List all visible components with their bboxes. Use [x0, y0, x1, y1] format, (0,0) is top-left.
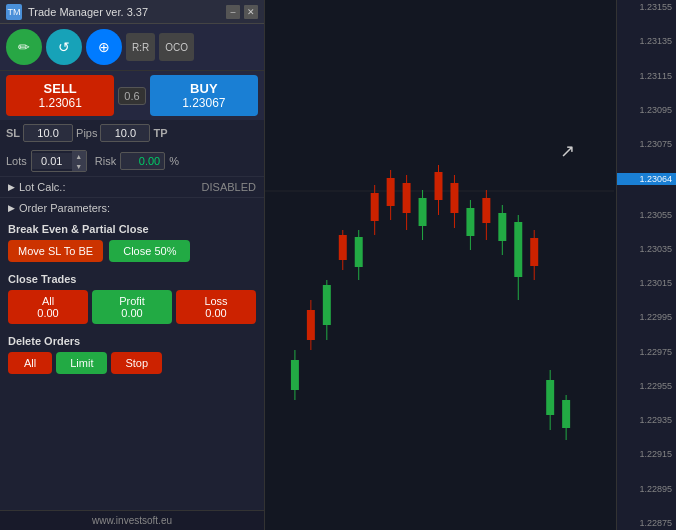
plus-icon: ⊕: [98, 39, 110, 55]
price-label-0: 1.23155: [617, 2, 676, 12]
move-sl-button[interactable]: Move SL To BE: [8, 240, 103, 262]
chart-area: ↗ 1.23155 1.23135 1.23115 1.23095 1.2307…: [265, 0, 676, 530]
price-label-4: 1.23075: [617, 139, 676, 149]
price-label-8: 1.22995: [617, 312, 676, 322]
svg-rect-6: [323, 285, 331, 325]
lots-row: Lots ▲ ▼ Risk %: [0, 146, 264, 176]
buy-sell-row: SELL 1.23061 0.6 BUY 1.23067: [0, 71, 264, 120]
percent-label: %: [169, 155, 179, 167]
price-label-11: 1.22935: [617, 415, 676, 425]
close-all-label: All: [12, 295, 84, 307]
price-label-13: 1.22895: [617, 484, 676, 494]
tp-input[interactable]: [100, 124, 150, 142]
sl-label: SL: [6, 127, 20, 139]
lots-input-wrap: ▲ ▼: [31, 150, 87, 172]
close-profit-button[interactable]: Profit 0.00: [92, 290, 172, 324]
close-all-value: 0.00: [12, 307, 84, 319]
delete-orders-buttons: All Limit Stop: [0, 350, 264, 380]
lot-calc-value: DISABLED: [202, 181, 256, 193]
lots-down-button[interactable]: ▼: [72, 161, 86, 171]
minimize-button[interactable]: –: [226, 5, 240, 19]
spread-badge: 0.6: [118, 87, 145, 105]
lots-label: Lots: [6, 155, 27, 167]
draw-button[interactable]: ✏: [6, 29, 42, 65]
price-label-5: 1.23055: [617, 210, 676, 220]
svg-rect-18: [419, 198, 427, 226]
title-bar: TM Trade Manager ver. 3.37 – ✕: [0, 0, 264, 24]
buy-label: BUY: [160, 81, 248, 96]
pencil-icon: ✏: [18, 39, 30, 55]
candlestick-chart: [265, 0, 614, 530]
delete-all-button[interactable]: All: [8, 352, 52, 374]
svg-rect-36: [562, 400, 570, 428]
close-profit-label: Profit: [96, 295, 168, 307]
sl-tp-row: SL Pips TP: [0, 120, 264, 146]
lot-calc-arrow: ▶: [8, 182, 15, 192]
sell-button[interactable]: SELL 1.23061: [6, 75, 114, 116]
delete-stop-button[interactable]: Stop: [111, 352, 162, 374]
svg-rect-28: [498, 213, 506, 241]
close-button[interactable]: ✕: [244, 5, 258, 19]
price-label-14: 1.22875: [617, 518, 676, 528]
toolbar: ✏ ↺ ⊕ R:R OCO: [0, 24, 264, 71]
price-label-3: 1.23095: [617, 105, 676, 115]
svg-rect-20: [435, 172, 443, 200]
tp-label: TP: [153, 127, 167, 139]
app-icon: TM: [6, 4, 22, 20]
svg-rect-8: [339, 235, 347, 260]
add-button[interactable]: ⊕: [86, 29, 122, 65]
refresh-button[interactable]: ↺: [46, 29, 82, 65]
footer-url: www.investsoft.eu: [92, 515, 172, 526]
svg-rect-30: [514, 222, 522, 277]
price-label-6: 1.23035: [617, 244, 676, 254]
close-trades-buttons: All 0.00 Profit 0.00 Loss 0.00: [0, 288, 264, 330]
delete-limit-button[interactable]: Limit: [56, 352, 107, 374]
lots-input[interactable]: [32, 153, 72, 169]
close-all-button[interactable]: All 0.00: [8, 290, 88, 324]
buy-button[interactable]: BUY 1.23067: [150, 75, 258, 116]
buy-price: 1.23067: [160, 96, 248, 110]
pips-label: Pips: [76, 127, 97, 139]
delete-orders-title: Delete Orders: [0, 330, 264, 350]
title-bar-text: Trade Manager ver. 3.37: [28, 6, 226, 18]
lot-calc-row[interactable]: ▶ Lot Calc.: DISABLED: [0, 176, 264, 197]
svg-rect-26: [482, 198, 490, 223]
svg-rect-4: [307, 310, 315, 340]
candles-area: ↗: [265, 0, 614, 530]
svg-rect-16: [403, 183, 411, 213]
close-50-button[interactable]: Close 50%: [109, 240, 190, 262]
price-axis: 1.23155 1.23135 1.23115 1.23095 1.23075 …: [616, 0, 676, 530]
rr-button[interactable]: R:R: [126, 33, 155, 61]
price-label-2: 1.23115: [617, 71, 676, 81]
sl-input[interactable]: [23, 124, 73, 142]
lot-calc-label: Lot Calc.:: [19, 181, 65, 193]
order-params-arrow: ▶: [8, 203, 15, 213]
price-label-9: 1.22975: [617, 347, 676, 357]
svg-rect-2: [291, 360, 299, 390]
order-params-row[interactable]: ▶ Order Parameters:: [0, 197, 264, 218]
lots-spinner: ▲ ▼: [72, 151, 86, 171]
close-loss-button[interactable]: Loss 0.00: [176, 290, 256, 324]
break-even-title: Break Even & Partial Close: [0, 218, 264, 238]
oco-button[interactable]: OCO: [159, 33, 194, 61]
svg-rect-12: [371, 193, 379, 221]
svg-rect-32: [530, 238, 538, 266]
refresh-icon: ↺: [58, 39, 70, 55]
close-profit-value: 0.00: [96, 307, 168, 319]
svg-rect-24: [466, 208, 474, 236]
price-label-10: 1.22955: [617, 381, 676, 391]
svg-rect-22: [450, 183, 458, 213]
price-label-1: 1.23135: [617, 36, 676, 46]
close-trades-title: Close Trades: [0, 268, 264, 288]
price-label-7: 1.23015: [617, 278, 676, 288]
svg-rect-34: [546, 380, 554, 415]
svg-rect-14: [387, 178, 395, 206]
risk-label: Risk: [95, 155, 116, 167]
lots-up-button[interactable]: ▲: [72, 151, 86, 161]
price-label-highlight: 1.23064: [617, 173, 676, 185]
svg-rect-10: [355, 237, 363, 267]
price-label-12: 1.22915: [617, 449, 676, 459]
trade-manager-panel: TM Trade Manager ver. 3.37 – ✕ ✏ ↺ ⊕ R:R…: [0, 0, 265, 530]
title-bar-controls: – ✕: [226, 5, 258, 19]
risk-input[interactable]: [120, 152, 165, 170]
